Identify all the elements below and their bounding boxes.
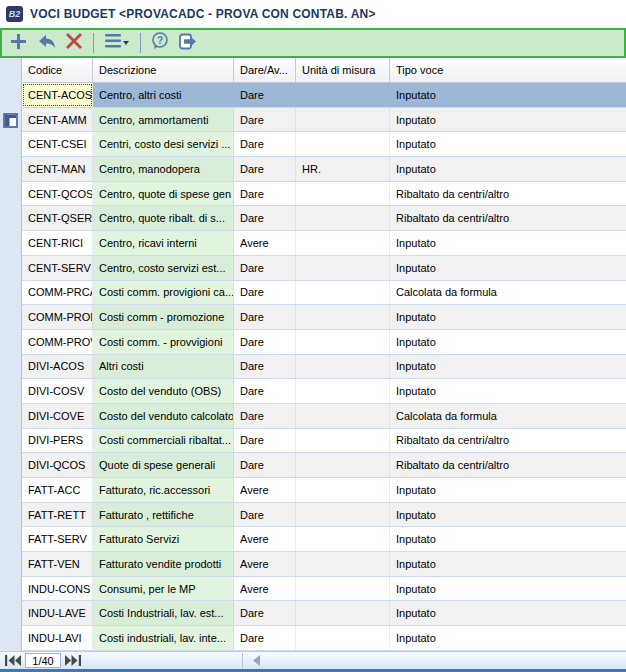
cell-codice[interactable]: CENT-CSEI (22, 132, 93, 156)
cell-codice[interactable]: INDU-LAVI (22, 626, 93, 650)
table-row[interactable]: CENT-CSEICentri, costo desi servizi ...D… (22, 132, 626, 157)
cell-desc[interactable]: Consumi, per le MP (93, 577, 234, 601)
cell-dare[interactable]: Dare (234, 330, 296, 354)
table-row[interactable]: FATT-VENFatturato vendite prodottiAvereI… (22, 552, 626, 577)
cell-desc[interactable]: Costi comm. - provvigioni (93, 330, 234, 354)
cell-unita[interactable] (296, 503, 390, 527)
cell-unita[interactable] (296, 83, 390, 107)
cell-dare[interactable]: Dare (234, 182, 296, 206)
table-row[interactable]: CENT-MANCentro, manodoperaDareHR.Inputat… (22, 157, 626, 182)
cell-unita[interactable]: HR. (296, 157, 390, 181)
cell-unita[interactable] (296, 429, 390, 453)
cell-tipo[interactable]: Inputato (390, 577, 626, 601)
cell-tipo[interactable]: Inputato (390, 305, 626, 329)
cell-codice[interactable]: COMM-PROV (22, 330, 93, 354)
cell-unita[interactable] (296, 577, 390, 601)
table-row[interactable]: CENT-RICICentro, ricavi interniAvereInpu… (22, 231, 626, 256)
table-row[interactable]: COMM-PROMCosti comm - promozioneDareInpu… (22, 305, 626, 330)
cell-dare[interactable]: Dare (234, 429, 296, 453)
cell-tipo[interactable]: Inputato (390, 83, 626, 107)
column-header-codice[interactable]: Codice (22, 58, 93, 82)
table-row[interactable]: FATT-ACCFatturato, ric.accessoriAvereInp… (22, 478, 626, 503)
cell-dare[interactable]: Dare (234, 206, 296, 230)
cell-desc[interactable]: Costi comm. provigioni ca... (93, 281, 234, 305)
column-header-descrizione[interactable]: Descrizione (93, 58, 234, 82)
column-header-dare-avere[interactable]: Dare/Av... (234, 58, 296, 82)
table-row[interactable]: INDU-LAVECosti Industriali, lav. est...D… (22, 601, 626, 626)
cell-desc[interactable]: Altri costi (93, 355, 234, 379)
cell-tipo[interactable]: Inputato (390, 527, 626, 551)
cell-dare[interactable]: Dare (234, 157, 296, 181)
cell-dare[interactable]: Dare (234, 132, 296, 156)
cell-codice[interactable]: DIVI-QCOS (22, 453, 93, 477)
cell-tipo[interactable]: Inputato (390, 231, 626, 255)
table-row[interactable]: CENT-SERVCentro, costo servizi est...Dar… (22, 256, 626, 281)
table-row[interactable]: DIVI-COVECosto del venduto calcolatoDare… (22, 404, 626, 429)
cell-dare[interactable]: Avere (234, 478, 296, 502)
cell-codice[interactable]: CENT-QCOS (22, 182, 93, 206)
table-row[interactable]: CENT-ACOSCentro, altri costiDareInputato (22, 83, 626, 108)
cell-desc[interactable]: Costi comm - promozione (93, 305, 234, 329)
cell-desc[interactable]: Centro, manodopera (93, 157, 234, 181)
exit-button[interactable] (176, 31, 200, 55)
cell-unita[interactable] (296, 552, 390, 576)
cell-dare[interactable]: Dare (234, 281, 296, 305)
cell-tipo[interactable]: Ribaltato da centri/altro (390, 429, 626, 453)
cell-unita[interactable] (296, 256, 390, 280)
cell-desc[interactable]: Costi Industriali, lav. est... (93, 601, 234, 625)
table-row[interactable]: CENT-AMMCentro, ammortamentiDareInputato (22, 108, 626, 133)
cell-dare[interactable]: Dare (234, 453, 296, 477)
cell-codice[interactable]: COMM-PRCA (22, 281, 93, 305)
cell-unita[interactable] (296, 626, 390, 650)
cell-codice[interactable]: FATT-VEN (22, 552, 93, 576)
cell-desc[interactable]: Fatturato vendite prodotti (93, 552, 234, 576)
record-position-field[interactable]: 1/40 (25, 653, 61, 668)
cell-unita[interactable] (296, 132, 390, 156)
cell-dare[interactable]: Dare (234, 83, 296, 107)
add-row-button[interactable] (6, 31, 30, 55)
cell-tipo[interactable]: Inputato (390, 626, 626, 650)
cell-unita[interactable] (296, 379, 390, 403)
cell-dare[interactable]: Dare (234, 355, 296, 379)
cell-tipo[interactable]: Ribaltato da centri/altro (390, 453, 626, 477)
cell-tipo[interactable]: Inputato (390, 552, 626, 576)
table-row[interactable]: INDU-LAVICosti industriali, lav. inte...… (22, 626, 626, 651)
cell-tipo[interactable]: Ribaltato da centri/altro (390, 206, 626, 230)
cell-tipo[interactable]: Inputato (390, 256, 626, 280)
table-row[interactable]: DIVI-COSVCosto del venduto (OBS)DareInpu… (22, 379, 626, 404)
cell-desc[interactable]: Centro, ricavi interni (93, 231, 234, 255)
cell-tipo[interactable]: Inputato (390, 330, 626, 354)
cell-dare[interactable]: Avere (234, 231, 296, 255)
cell-codice[interactable]: DIVI-COSV (22, 379, 93, 403)
cell-codice[interactable]: DIVI-COVE (22, 404, 93, 428)
table-row[interactable]: CENT-QCOSCentro, quote di spese genDareR… (22, 182, 626, 207)
cell-dare[interactable]: Dare (234, 404, 296, 428)
cell-dare[interactable]: Avere (234, 527, 296, 551)
cell-codice[interactable]: CENT-QSER (22, 206, 93, 230)
cell-dare[interactable]: Dare (234, 379, 296, 403)
table-row[interactable]: FATT-SERVFatturato ServiziAvereInputato (22, 527, 626, 552)
table-row[interactable]: COMM-PROVCosti comm. - provvigioniDareIn… (22, 330, 626, 355)
cell-codice[interactable]: FATT-ACC (22, 478, 93, 502)
cell-desc[interactable]: Fatturato, ric.accessori (93, 478, 234, 502)
cell-codice[interactable]: FATT-SERV (22, 527, 93, 551)
last-record-button[interactable] (64, 654, 82, 668)
cell-desc[interactable]: Costi commerciali ribaltat... (93, 429, 234, 453)
cell-tipo[interactable]: Calcolata da formula (390, 281, 626, 305)
table-row[interactable]: COMM-PRCACosti comm. provigioni ca...Dar… (22, 281, 626, 306)
help-button[interactable]: ? (148, 31, 172, 55)
cell-desc[interactable]: Centro, ammortamenti (93, 108, 234, 132)
cell-dare[interactable]: Avere (234, 577, 296, 601)
cell-desc[interactable]: Quote di spese generali (93, 453, 234, 477)
cell-unita[interactable] (296, 404, 390, 428)
cell-desc[interactable]: Centro, costo servizi est... (93, 256, 234, 280)
cell-dare[interactable]: Dare (234, 305, 296, 329)
cell-unita[interactable] (296, 305, 390, 329)
cell-dare[interactable]: Avere (234, 552, 296, 576)
cell-dare[interactable]: Dare (234, 503, 296, 527)
cell-codice[interactable]: CENT-ACOS (22, 83, 93, 107)
cell-desc[interactable]: Costo del venduto (OBS) (93, 379, 234, 403)
cell-tipo[interactable]: Inputato (390, 132, 626, 156)
cell-codice[interactable]: FATT-RETT (22, 503, 93, 527)
cell-codice[interactable]: DIVI-PERS (22, 429, 93, 453)
